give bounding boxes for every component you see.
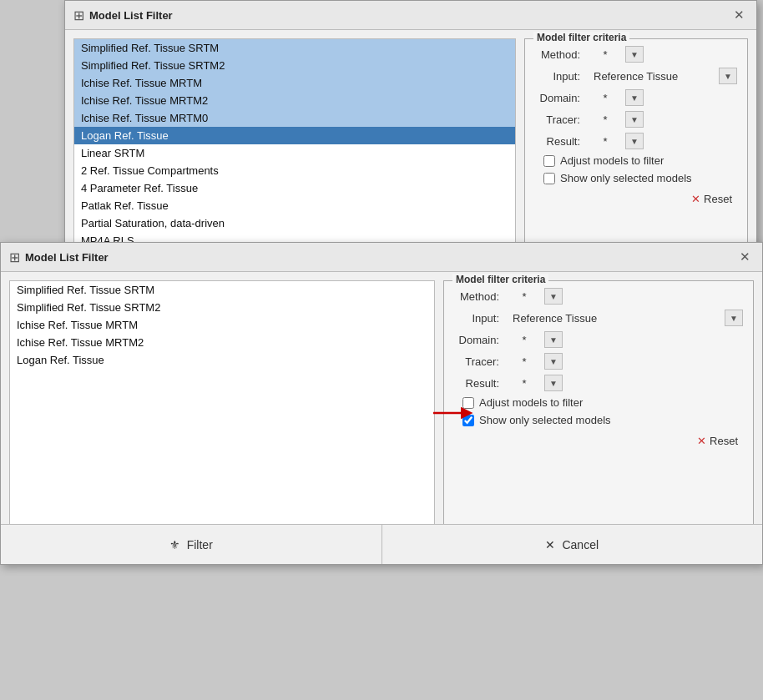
list-item[interactable]: Simplified Ref. Tissue SRTM bbox=[10, 281, 434, 299]
dialog-1-show-selected-label[interactable]: Show only selected models bbox=[560, 172, 692, 184]
dialog-2-titlebar: ⊞ Model List Filter ✕ bbox=[1, 243, 762, 272]
red-arrow-svg bbox=[429, 401, 475, 425]
dialog-2-method-value: * bbox=[508, 290, 541, 303]
dialog-1-adjust-checkbox[interactable] bbox=[543, 155, 555, 167]
dialog-1-input-row: Input: Reference Tissue ▼ bbox=[535, 68, 737, 84]
list-item[interactable]: 4 Parameter Ref. Tissue bbox=[74, 179, 515, 197]
dialog-1-reset-label: Reset bbox=[704, 193, 732, 205]
bottom-bar: ⚜ Filter ✕ Cancel bbox=[1, 524, 762, 564]
dialog-1-result-row: Result: * ▼ bbox=[535, 133, 737, 149]
dialog-1-method-value: * bbox=[589, 48, 622, 61]
dialog-2-icon: ⊞ bbox=[9, 249, 20, 265]
dialog-2-reset-row: ✕ Reset bbox=[454, 433, 743, 449]
dialog-1-method-label: Method: bbox=[535, 48, 585, 61]
dialog-1-model-list[interactable]: Simplified Ref. Tissue SRTMSimplified Re… bbox=[73, 38, 516, 250]
dialog-2-input-value: Reference Tissue bbox=[508, 310, 721, 326]
list-item[interactable]: Linear SRTM bbox=[74, 144, 515, 162]
dialog-1-result-value: * bbox=[589, 135, 622, 148]
dialog-2-body: Simplified Ref. Tissue SRTMSimplified Re… bbox=[1, 272, 762, 564]
dialog-2-result-label: Result: bbox=[454, 377, 504, 390]
dialog-1-filter-criteria: Model filter criteria Method: * ▼ Input:… bbox=[524, 38, 748, 250]
dialog-2-reset-icon: ✕ bbox=[697, 435, 706, 447]
dialog-1-adjust-label[interactable]: Adjust models to filter bbox=[560, 154, 664, 167]
dialog-1-reset-button[interactable]: ✕ Reset bbox=[686, 191, 737, 207]
dialog-2-result-row: Result: * ▼ bbox=[454, 375, 743, 391]
dialog-1-titlebar: ⊞ Model List Filter ✕ bbox=[65, 1, 756, 30]
list-item[interactable]: Patlak Ref. Tissue bbox=[74, 197, 515, 214]
list-item[interactable]: Partial Saturation, data-driven bbox=[74, 214, 515, 232]
list-item[interactable]: Logan Ref. Tissue bbox=[74, 127, 515, 144]
dialog-1-title: Model List Filter bbox=[89, 9, 725, 22]
dialog-2-reset-label: Reset bbox=[710, 435, 738, 447]
filter-button[interactable]: ⚜ Filter bbox=[1, 525, 382, 564]
dialog-1-body: Simplified Ref. Tissue SRTMSimplified Re… bbox=[65, 30, 756, 259]
dialog-2-show-selected-label[interactable]: Show only selected models bbox=[479, 414, 611, 426]
dialog-2-model-list[interactable]: Simplified Ref. Tissue SRTMSimplified Re… bbox=[9, 280, 435, 547]
dialog-1-icon: ⊞ bbox=[73, 8, 84, 23]
list-item[interactable]: Ichise Ref. Tissue MRTM bbox=[10, 316, 434, 334]
list-item[interactable]: Ichise Ref. Tissue MRTM2 bbox=[74, 92, 515, 109]
dialog-1-filter-criteria-title: Model filter criteria bbox=[533, 32, 629, 43]
list-item[interactable]: 2 Ref. Tissue Compartments bbox=[74, 162, 515, 179]
dialog-1-domain-label: Domain: bbox=[535, 92, 585, 104]
dialog-2-tracer-label: Tracer: bbox=[454, 355, 504, 368]
list-item[interactable]: Ichise Ref. Tissue MRTM bbox=[74, 74, 515, 92]
dialog-1-domain-row: Domain: * ▼ bbox=[535, 89, 737, 106]
dialog-2-close-button[interactable]: ✕ bbox=[735, 248, 754, 266]
dialog-1-input-value: Reference Tissue bbox=[589, 68, 715, 84]
dialog-1-tracer-dropdown[interactable]: ▼ bbox=[625, 111, 644, 128]
dialog-2-tracer-value: * bbox=[508, 355, 541, 368]
list-item[interactable]: Logan Ref. Tissue bbox=[10, 351, 434, 369]
dialog-2-tracer-row: Tracer: * ▼ bbox=[454, 353, 743, 370]
list-item[interactable]: Ichise Ref. Tissue MRTM0 bbox=[74, 109, 515, 127]
dialog-1-domain-dropdown[interactable]: ▼ bbox=[625, 89, 644, 106]
dialog-2-domain-label: Domain: bbox=[454, 334, 504, 346]
dialog-2-result-dropdown[interactable]: ▼ bbox=[544, 375, 563, 391]
dialog-2-filter-criteria: Model filter criteria Method: * ▼ Input:… bbox=[443, 280, 754, 547]
dialog-2-result-value: * bbox=[508, 377, 541, 390]
dialog-1-reset-row: ✕ Reset bbox=[535, 191, 737, 207]
dialog-1: ⊞ Model List Filter ✕ Simplified Ref. Ti… bbox=[64, 0, 757, 259]
list-item[interactable]: Ichise Ref. Tissue MRTM2 bbox=[10, 334, 434, 351]
filter-label: Filter bbox=[187, 538, 213, 551]
cancel-icon: ✕ bbox=[545, 538, 555, 551]
dialog-1-result-label: Result: bbox=[535, 135, 585, 148]
dialog-2-method-label: Method: bbox=[454, 290, 504, 303]
dialog-1-tracer-row: Tracer: * ▼ bbox=[535, 111, 737, 128]
dialog-2-title: Model List Filter bbox=[25, 251, 730, 264]
dialog-2-domain-row: Domain: * ▼ bbox=[454, 331, 743, 348]
dialog-1-close-button[interactable]: ✕ bbox=[730, 6, 748, 24]
dialog-2-adjust-label[interactable]: Adjust models to filter bbox=[479, 396, 583, 409]
dialog-1-result-dropdown[interactable]: ▼ bbox=[625, 133, 644, 149]
dialog-1-input-dropdown[interactable]: ▼ bbox=[719, 68, 737, 84]
list-item[interactable]: Simplified Ref. Tissue SRTM bbox=[74, 39, 515, 57]
dialog-1-adjust-row: Adjust models to filter bbox=[535, 154, 737, 167]
dialog-1-method-row: Method: * ▼ bbox=[535, 46, 737, 63]
list-item[interactable]: Simplified Ref. Tissue SRTM2 bbox=[74, 57, 515, 74]
filter-icon: ⚜ bbox=[169, 538, 180, 551]
dialog-1-input-label: Input: bbox=[535, 70, 585, 83]
dialog-1-reset-icon: ✕ bbox=[691, 193, 700, 205]
dialog-2-domain-dropdown[interactable]: ▼ bbox=[544, 331, 563, 348]
dialog-1-method-dropdown[interactable]: ▼ bbox=[625, 46, 644, 63]
dialog-2-method-row: Method: * ▼ bbox=[454, 288, 743, 305]
dialog-2-input-dropdown[interactable]: ▼ bbox=[725, 310, 743, 326]
dialog-2-input-row: Input: Reference Tissue ▼ bbox=[454, 310, 743, 326]
list-item[interactable]: Simplified Ref. Tissue SRTM2 bbox=[10, 299, 434, 316]
cancel-button[interactable]: ✕ Cancel bbox=[382, 525, 763, 564]
dialog-1-domain-value: * bbox=[589, 92, 622, 104]
dialog-2-filter-criteria-title: Model filter criteria bbox=[452, 274, 548, 285]
dialog-2-tracer-dropdown[interactable]: ▼ bbox=[544, 353, 563, 370]
dialog-1-tracer-value: * bbox=[589, 113, 622, 126]
dialog-2-reset-button[interactable]: ✕ Reset bbox=[692, 433, 743, 449]
cancel-label: Cancel bbox=[562, 538, 599, 551]
dialog-2-show-selected-row: Show only selected models bbox=[454, 414, 743, 426]
dialog-2-adjust-row: Adjust models to filter bbox=[454, 396, 743, 409]
dialog-2-input-label: Input: bbox=[454, 312, 504, 325]
dialog-1-show-selected-row: Show only selected models bbox=[535, 172, 737, 184]
dialog-2: ⊞ Model List Filter ✕ Simplified Ref. Ti… bbox=[0, 242, 763, 565]
dialog-1-tracer-label: Tracer: bbox=[535, 113, 585, 126]
dialog-2-method-dropdown[interactable]: ▼ bbox=[544, 288, 563, 305]
dialog-2-domain-value: * bbox=[508, 334, 541, 346]
dialog-1-show-selected-checkbox[interactable] bbox=[543, 173, 555, 184]
